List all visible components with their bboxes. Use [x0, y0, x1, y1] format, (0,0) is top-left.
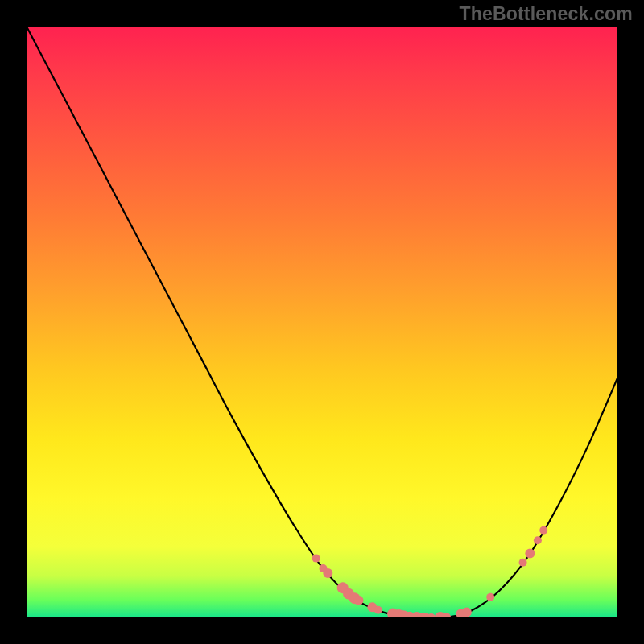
curve-marker: [534, 536, 542, 544]
curve-marker: [323, 568, 332, 578]
curve-marker: [539, 526, 547, 535]
curve-marker: [519, 559, 527, 567]
curve-layer: [27, 27, 617, 617]
curve-marker: [374, 606, 382, 614]
curve-marker: [312, 555, 320, 563]
plot-area: [27, 27, 617, 617]
attribution-label: TheBottleneck.com: [459, 3, 633, 25]
curve-marker: [525, 548, 535, 558]
curve-marker: [486, 593, 494, 601]
curve-markers: [312, 526, 548, 617]
bottleneck-curve: [27, 27, 617, 617]
curve-marker: [354, 596, 364, 605]
chart-stage: TheBottleneck.com: [0, 0, 644, 644]
curve-marker: [462, 608, 472, 617]
